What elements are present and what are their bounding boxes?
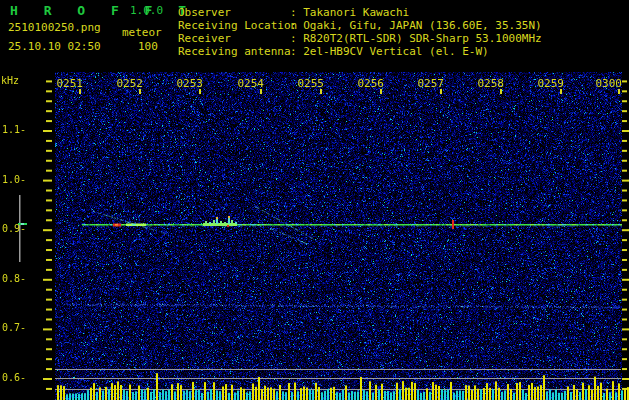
x-axis-label: 0257: [412, 77, 444, 90]
mode-label: meteor: [122, 26, 162, 39]
info-label: Observer: [178, 6, 290, 19]
x-axis-label: 0253: [171, 77, 203, 90]
y-axis-label: 1.1-: [2, 124, 26, 135]
count-label: 100: [138, 40, 158, 53]
info-row: Receiving antenna: 2el-HB9CV Vertical (e…: [178, 45, 489, 58]
x-axis-label: 0255: [292, 77, 324, 90]
info-label: Receiving antenna: [178, 45, 290, 58]
x-axis-label: 0258: [472, 77, 504, 90]
hrofft-screen: H R O F F T 1.0.0 2510100250.png meteor …: [0, 0, 629, 400]
y-axis-label: 0.6-: [2, 372, 26, 383]
info-separator: :: [290, 32, 303, 45]
x-axis-label: 0300: [590, 77, 622, 90]
app-version: 1.0.0: [130, 4, 163, 17]
info-row: Receiver: R820T2(RTL-SDR) SDR-Sharp 53.1…: [178, 32, 542, 45]
info-value: R820T2(RTL-SDR) SDR-Sharp 53.1000MHz: [303, 32, 541, 45]
y-axis-label: 0.8-: [2, 273, 26, 284]
info-row: Receiving Location: Ogaki, Gifu, JAPAN (…: [178, 19, 542, 32]
info-label: Receiver: [178, 32, 290, 45]
x-axis-label: 0259: [532, 77, 564, 90]
y-axis-label: 0.7-: [2, 322, 26, 333]
x-axis-label: 0252: [111, 77, 143, 90]
app-title: H R O F F T: [10, 3, 195, 18]
info-label: Receiving Location: [178, 19, 290, 32]
datetime-label: 25.10.10 02:50: [8, 40, 101, 53]
khz-unit-label: kHz: [1, 75, 19, 86]
file-name: 2510100250.png: [8, 21, 101, 34]
info-row: Observer: Takanori Kawachi: [178, 6, 409, 19]
y-axis-label: 0.9-: [2, 223, 26, 234]
x-axis-label: 0251: [51, 77, 83, 90]
spectrogram-canvas: [0, 68, 629, 400]
x-axis-label: 0254: [232, 77, 264, 90]
y-axis-label: 1.0-: [2, 174, 26, 185]
info-separator: :: [290, 19, 303, 32]
info-value: Ogaki, Gifu, JAPAN (136.60E, 35.35N): [303, 19, 541, 32]
info-separator: :: [290, 6, 303, 19]
info-separator: :: [290, 45, 303, 58]
x-axis-label: 0256: [352, 77, 384, 90]
info-value: Takanori Kawachi: [303, 6, 409, 19]
info-value: 2el-HB9CV Vertical (el. E-W): [303, 45, 488, 58]
